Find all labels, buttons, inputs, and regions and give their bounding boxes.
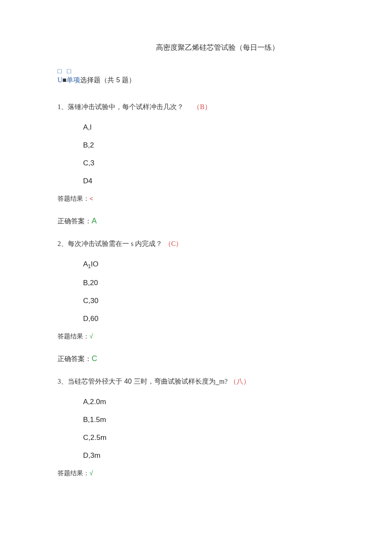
question-block: 1、落锤冲击试验中，每个试样冲击几次？ （B） A,l B,2 C,3 D4 答… [58,102,334,226]
option-b: B,1.5m [83,416,334,424]
option-c: C,30 [83,297,334,305]
option-a: A,l [83,123,334,132]
result-label: 答题结果： [58,332,89,340]
question-block: 3、当硅芯管外径大于 40 三时，弯曲试验试样长度为_m? （八） A,2.0m… [58,376,334,477]
result-mark: √ [89,332,93,340]
question-block: 2、每次冲击试验需在一 s 内完成？ （C） A1IO B,20 C,30 D,… [58,239,334,364]
section-header: U■单项选择题（共 5 题） [58,76,334,85]
question-number: 1、 [58,103,68,110]
option-d: D,3m [83,451,334,460]
option-b: B,20 [83,279,334,287]
correct-value: A [92,217,97,225]
result-mark: √ [89,469,93,477]
question-body-post: m? [219,378,228,385]
document-title: 高密度聚乙烯硅芯管试验（每日一练） [58,43,334,52]
question-text: 3、当硅芯管外径大于 40 三时，弯曲试验试样长度为_m? （八） [58,376,334,387]
result-line: 答题结果：< [58,195,334,203]
question-body: 落锤冲击试验中，每个试样冲击几次？ [68,103,184,110]
correct-value: C [92,354,97,363]
section-text-highlight: 单项 [66,76,80,84]
option-d: D,60 [83,315,334,323]
result-label: 答题结果： [58,469,89,477]
question-body-post: 内完成？ [135,240,162,247]
correct-answer-line: 正确答案：A [58,217,334,226]
question-body-pre: 每次冲击试验需在一 [68,240,129,247]
question-underscore: _ [216,378,219,385]
section-text-rest: 选择题（共 5 题） [80,76,135,84]
question-number: 2、 [58,240,68,247]
result-line: 答题结果：√ [58,332,334,341]
answer-hint: （B） [193,103,211,110]
question-text: 1、落锤冲击试验中，每个试样冲击几次？ （B） [58,102,334,112]
correct-label: 正确答案： [58,355,92,362]
option-b: B,2 [83,141,334,150]
options-list: A,2.0m B,1.5m C,2.5m D,3m [58,398,334,460]
options-list: A,l B,2 C,3 D4 [58,123,334,185]
option-c: C,2.5m [83,434,334,442]
answer-hint: （八） [230,378,250,385]
section-dot: ■ [63,76,67,84]
result-line: 答题结果：√ [58,469,334,477]
question-text: 2、每次冲击试验需在一 s 内完成？ （C） [58,239,334,249]
option-d: D4 [83,177,334,185]
checkbox-placeholder: □ □ [58,67,334,75]
question-number: 3、 [58,378,68,385]
correct-label: 正确答案： [58,217,92,225]
result-mark: < [89,195,93,202]
section-prefix: U [58,76,63,84]
correct-answer-line: 正确答案：C [58,354,334,364]
answer-hint: （C） [164,240,183,247]
result-label: 答题结果： [58,195,89,202]
options-list: A1IO B,20 C,30 D,60 [58,260,334,323]
question-body-pre: 当硅芯管外径大于 40 三时，弯曲试验试样长度为 [68,378,216,385]
option-c: C,3 [83,159,334,168]
option-a: A1IO [83,260,334,269]
question-body-mid: s [129,240,135,247]
option-a: A,2.0m [83,398,334,406]
